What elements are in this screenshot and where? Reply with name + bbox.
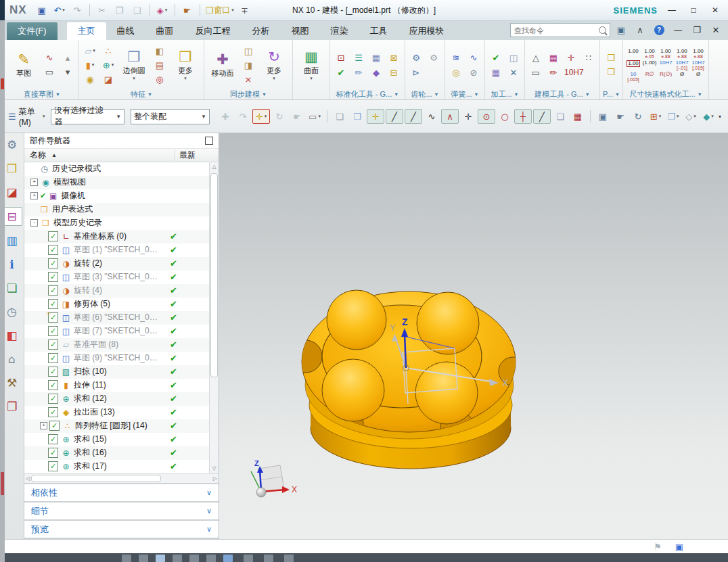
- process-wizard-icon[interactable]: ⌂: [3, 350, 22, 368]
- find-command-input[interactable]: [513, 26, 599, 35]
- tree-row[interactable]: ✓◆拉出面 (13)✔: [24, 406, 209, 419]
- horizontal-scrollbar[interactable]: ◁ ▷: [24, 473, 219, 483]
- dim-dia[interactable]: Ø: [675, 72, 689, 82]
- feature-checkbox[interactable]: ✓: [48, 231, 58, 241]
- view-table-icon[interactable]: ▦: [368, 51, 384, 64]
- dim-fit3[interactable]: 10H7[.015]: [691, 60, 706, 70]
- edge-blend-button[interactable]: ❒边倒圆▾: [118, 49, 150, 82]
- scroll-right-icon[interactable]: ▷: [213, 475, 217, 482]
- part-navigator-icon[interactable]: ⊟: [2, 207, 22, 226]
- tree-row[interactable]: ✓▱基准平面 (8)✔: [24, 338, 209, 352]
- color-object-icon[interactable]: ◆: [368, 66, 384, 79]
- column-latest[interactable]: 最新: [175, 149, 219, 161]
- snap-angle-icon[interactable]: ╱: [533, 109, 551, 124]
- constraint-navigator-icon[interactable]: ◪: [3, 183, 22, 201]
- rectangle-icon[interactable]: ▭: [41, 66, 58, 79]
- feature-checkbox[interactable]: ✓: [48, 394, 58, 404]
- note-editor-icon[interactable]: ▭: [528, 66, 544, 79]
- spring-tension-icon[interactable]: ∿: [465, 51, 482, 64]
- gear-modify-icon[interactable]: ⊳: [408, 66, 424, 79]
- feature-checkbox[interactable]: ✓: [48, 367, 58, 377]
- tree-row[interactable]: ✓◫草图 (3) "SKETCH_001"✔: [24, 271, 209, 284]
- tab-曲面[interactable]: 曲面: [145, 22, 185, 40]
- history-icon[interactable]: ◷: [3, 303, 22, 321]
- feature-checkbox[interactable]: ✓: [48, 272, 58, 282]
- tree-row[interactable]: ✓◫草图 (1) "SKETCH_000"✔: [24, 243, 209, 257]
- dim-tol3[interactable]: 1.00±.88: [675, 49, 689, 59]
- tree-row[interactable]: ✓◑旋转 (4)✔: [24, 284, 209, 298]
- hd3d-tools-icon[interactable]: ℹ: [3, 256, 22, 273]
- feature-checkbox[interactable]: ✓: [48, 245, 58, 255]
- web-browser-icon[interactable]: ❏: [3, 279, 22, 297]
- tree-row[interactable]: ✓◫草图 (9) "SKETCH_004"✔: [24, 352, 209, 365]
- export-icon[interactable]: ⊟: [386, 66, 402, 79]
- copy-icon[interactable]: ❐: [112, 3, 128, 17]
- scroll-up-icon[interactable]: △: [212, 162, 216, 172]
- paste-icon[interactable]: ❑: [129, 3, 145, 17]
- expander-icon[interactable]: +: [30, 179, 38, 186]
- tree-row[interactable]: ✓⚠◫草图 (6) "SKETCH_002"✔: [24, 311, 209, 325]
- dim-tol4[interactable]: 1.00±.88: [691, 49, 706, 59]
- extrude-icon[interactable]: ▮▾: [82, 58, 98, 72]
- dim-plain[interactable]: 1.00: [626, 49, 641, 59]
- section-细节[interactable]: 细节∨: [24, 501, 219, 519]
- column-name[interactable]: 名称 ▲: [24, 149, 175, 161]
- sketch-button[interactable]: ✎草图: [8, 51, 39, 79]
- touch-icon[interactable]: ☛: [179, 3, 196, 17]
- pin-panel-icon[interactable]: [205, 137, 213, 145]
- snap-polyline-icon[interactable]: ∧: [441, 109, 459, 124]
- fullscreen-icon[interactable]: ▣: [613, 24, 629, 37]
- dim-fit[interactable]: 10H7: [658, 60, 673, 70]
- expander-icon[interactable]: +: [40, 422, 47, 429]
- tree-row[interactable]: ✓⊕求和 (15)✔: [24, 433, 209, 446]
- sphere-icon[interactable]: ◎: [152, 72, 168, 86]
- tab-工具[interactable]: 工具: [359, 22, 399, 40]
- studio-spline-icon[interactable]: ∿: [41, 51, 58, 65]
- feature-checkbox[interactable]: ✓: [48, 448, 58, 458]
- link-circles-icon[interactable]: ∷: [581, 51, 597, 64]
- tree-row[interactable]: ✓⊕求和 (12)✔: [24, 392, 209, 406]
- tree-row[interactable]: ✓◨修剪体 (5)✔: [24, 298, 209, 311]
- window-menu[interactable]: ❒窗口▾: [204, 3, 235, 17]
- feature-checkbox[interactable]: ✓: [48, 258, 58, 268]
- feature-checkbox[interactable]: ✓: [48, 353, 58, 363]
- delete-face-icon[interactable]: ×: [240, 72, 256, 86]
- chamfer-icon[interactable]: ◪: [100, 72, 116, 86]
- feature-checkbox[interactable]: ✓: [48, 326, 58, 336]
- selection-scope-dropdown[interactable]: 整个装配▼: [131, 109, 210, 124]
- tree-row[interactable]: ✓⊕求和 (17)✔: [24, 460, 209, 473]
- snap-plus-icon[interactable]: ┼: [514, 109, 532, 124]
- sheet-body-icon[interactable]: ❏: [332, 110, 348, 123]
- dim-dia2[interactable]: Ø: [691, 72, 706, 82]
- point-snap-toggle-icon[interactable]: ✛▾: [252, 109, 270, 124]
- delta-table-icon[interactable]: ▦: [545, 51, 562, 64]
- grid-rule-icon[interactable]: ▦: [570, 110, 586, 123]
- triangle-icon[interactable]: △: [528, 51, 544, 64]
- datum-plane-icon[interactable]: ▱▾: [82, 44, 98, 57]
- assembly-navigator-icon[interactable]: ❒: [3, 160, 22, 177]
- effects-icon[interactable]: ◆▾: [700, 110, 716, 123]
- surface-button[interactable]: ▦曲面▾: [296, 49, 327, 82]
- expander-icon[interactable]: +: [30, 192, 38, 200]
- tab-曲线[interactable]: 曲线: [106, 22, 145, 40]
- gear-erase-icon[interactable]: ⚙: [426, 51, 442, 64]
- gear-design-icon[interactable]: ⚙: [408, 51, 424, 64]
- dim-fit4[interactable]: 10[.015]: [626, 72, 641, 82]
- tree-row[interactable]: -❒模型历史记录: [24, 216, 209, 230]
- snap-endpoint-icon[interactable]: ╱: [386, 109, 403, 124]
- tree-row[interactable]: ✓∟基准坐标系 (0)✔: [24, 230, 209, 243]
- shaded-view-icon[interactable]: ❒▾: [665, 110, 681, 123]
- minimize-button[interactable]: —: [664, 5, 679, 15]
- lasso-icon[interactable]: ▭▾: [306, 110, 323, 123]
- part-family-icon[interactable]: ✛: [563, 51, 579, 64]
- save-icon[interactable]: ▣: [34, 3, 50, 17]
- snap-midpoint-icon[interactable]: ╱: [405, 109, 422, 124]
- fit-view-icon[interactable]: ⊞▾: [647, 110, 664, 123]
- tree-row[interactable]: ✓▨扫掠 (10)✔: [24, 365, 209, 379]
- minimize-ribbon-icon[interactable]: ∧: [632, 24, 648, 37]
- pan-icon[interactable]: ☛: [612, 110, 629, 123]
- tolerance-binocular-icon[interactable]: 10H7: [563, 66, 585, 79]
- feature-checkbox[interactable]: ✓: [48, 407, 58, 417]
- replace-face-icon[interactable]: ◨: [240, 58, 256, 72]
- dim-radius[interactable]: R∅: [642, 72, 657, 82]
